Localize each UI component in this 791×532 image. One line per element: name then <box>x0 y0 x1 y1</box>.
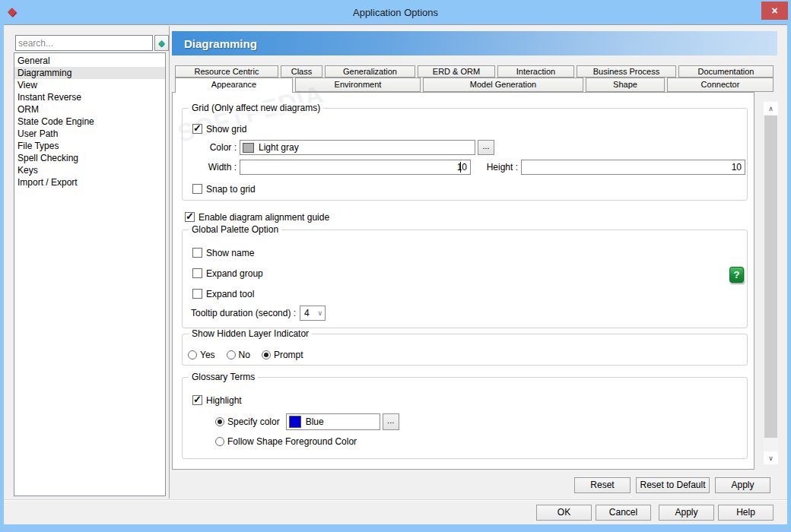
tab-environment[interactable]: Environment <box>295 78 421 92</box>
tab-documentation[interactable]: Documentation <box>678 65 774 78</box>
sidebar-item-import-export[interactable]: Import / Export <box>14 176 165 188</box>
follow-color-row: Follow Shape Foreground Color <box>215 436 357 447</box>
scroll-up-button[interactable]: ∧ <box>764 102 778 115</box>
expand-group-checkbox[interactable] <box>192 268 202 278</box>
sidebar-item-instant-reverse[interactable]: Instant Reverse <box>14 91 165 103</box>
expand-tool-checkbox[interactable] <box>192 289 202 299</box>
sidebar-item-orm[interactable]: ORM <box>14 103 165 116</box>
snap-to-grid-checkbox[interactable] <box>192 184 202 194</box>
help-button[interactable]: Help <box>718 505 774 521</box>
scrollbar-thumb[interactable] <box>764 116 777 438</box>
tab-business-process[interactable]: Business Process <box>577 65 676 78</box>
grid-group-legend: Grid (Only affect new diagrams) <box>189 103 323 114</box>
follow-foreground-radio[interactable] <box>215 437 224 446</box>
tooltip-duration-label: Tooltip duration (second) : <box>191 308 296 318</box>
grid-size-row: Width : Height : <box>188 160 745 175</box>
help-icon[interactable]: ? <box>729 267 744 283</box>
scroll-up-icon: ∧ <box>768 105 774 112</box>
grid-height-input[interactable] <box>521 160 745 175</box>
glossary-color-swatch <box>289 416 301 428</box>
tooltip-duration-value: 4 <box>300 308 317 318</box>
sidebar-item-user-path[interactable]: User Path <box>14 128 165 140</box>
highlight-checkbox[interactable] <box>192 395 202 405</box>
palette-group-legend: Global Palette Option <box>189 224 281 236</box>
specify-color-radio[interactable] <box>215 417 224 426</box>
tab-resource-centric[interactable]: Resource Centric <box>175 65 278 78</box>
close-button[interactable]: × <box>761 2 788 20</box>
alignment-guide-checkbox[interactable] <box>185 212 195 222</box>
grid-width-label: Width : <box>188 162 237 173</box>
scroll-down-button[interactable]: ∨ <box>764 451 778 464</box>
sidebar-item-state-code-engine[interactable]: State Code Engine <box>14 116 165 128</box>
sidebar-item-spell-checking[interactable]: Spell Checking <box>14 152 165 164</box>
panel-apply-button[interactable]: Apply <box>715 477 770 493</box>
hidden-layer-prompt-label: Prompt <box>274 350 303 360</box>
category-list: General Diagramming View Instant Reverse… <box>14 52 166 496</box>
search-button[interactable]: ◆ <box>154 35 169 51</box>
expand-group-label: Expand group <box>206 268 263 280</box>
expand-tool-label: Expand tool <box>206 288 254 300</box>
tab-shape[interactable]: Shape <box>586 78 665 92</box>
sidebar-item-file-types[interactable]: File Types <box>14 140 165 152</box>
tab-erd-orm[interactable]: ERD & ORM <box>418 65 495 78</box>
grid-color-combo[interactable]: Light gray <box>240 140 475 155</box>
sidebar-item-general[interactable]: General <box>14 55 165 67</box>
sidebar-item-keys[interactable]: Keys <box>14 164 165 176</box>
close-icon: × <box>771 5 777 17</box>
show-name-label: Show name <box>206 247 254 259</box>
text-caret <box>460 162 461 173</box>
sidebar-item-view[interactable]: View <box>14 79 165 91</box>
reset-button[interactable]: Reset <box>574 477 631 493</box>
snap-to-grid-label: Snap to grid <box>206 183 256 195</box>
title-bar: ◆ Application Options × <box>0 0 791 24</box>
app-logo-icon: ◆ <box>8 4 17 19</box>
grid-color-value: Light gray <box>259 142 299 153</box>
dialog-apply-button[interactable]: Apply <box>659 505 714 521</box>
grid-color-browse-button[interactable]: ... <box>478 140 494 155</box>
tab-interaction[interactable]: Interaction <box>497 65 574 78</box>
window-title: Application Options <box>353 7 438 18</box>
glossary-legend: Glossary Terms <box>189 372 258 383</box>
show-name-checkbox[interactable] <box>192 248 202 258</box>
tab-generalization[interactable]: Generalization <box>325 65 415 78</box>
footer-separator <box>4 499 787 501</box>
tab-class[interactable]: Class <box>281 65 322 78</box>
show-grid-checkbox[interactable] <box>192 124 202 134</box>
glossary-color-browse-button[interactable]: ... <box>383 413 399 430</box>
tab-row-1: Resource Centric Class Generalization ER… <box>175 65 776 78</box>
specify-color-row: Specify color Blue ... <box>215 413 399 430</box>
glossary-color-combo[interactable]: Blue <box>286 413 380 430</box>
scroll-down-icon: ∨ <box>768 454 774 462</box>
grid-color-swatch <box>243 143 254 153</box>
tooltip-duration-dropdown[interactable]: 4 ∨ <box>300 306 326 321</box>
page-title: Diagramming <box>172 37 257 50</box>
hidden-layer-no-radio[interactable] <box>227 350 236 359</box>
chevron-down-icon: ∨ <box>317 309 325 317</box>
show-grid-label: Show grid <box>206 123 246 135</box>
grid-height-label: Height : <box>481 162 518 173</box>
hidden-layer-yes-radio[interactable] <box>188 350 197 359</box>
hidden-layer-prompt-radio[interactable] <box>262 350 271 359</box>
sidebar-item-diagramming[interactable]: Diagramming <box>14 67 165 79</box>
alignment-guide-label: Enable diagram alignment guide <box>199 211 329 223</box>
hidden-layer-options-row: Yes No Prompt <box>188 350 303 360</box>
search-input[interactable] <box>15 35 153 51</box>
glossary-color-value: Blue <box>306 416 324 427</box>
dialog-body: ◆ General Diagramming View Instant Rever… <box>4 24 787 524</box>
hidden-layer-no-label: No <box>239 350 250 360</box>
grid-width-input[interactable] <box>240 160 471 175</box>
application-options-window: ◆ Application Options × ◆ General Diagra… <box>0 0 791 532</box>
grid-color-row: Color : Light gray ... <box>188 140 494 155</box>
tab-appearance[interactable]: Appearance <box>175 78 293 93</box>
page-header: Diagramming <box>172 31 777 55</box>
reset-to-default-button[interactable]: Reset to Default <box>636 477 710 493</box>
cancel-button[interactable]: Cancel <box>596 505 651 521</box>
follow-foreground-label: Follow Shape Foreground Color <box>227 436 357 447</box>
tooltip-duration-row: Tooltip duration (second) : 4 ∨ <box>191 306 326 321</box>
ok-button[interactable]: OK <box>536 505 592 521</box>
specify-color-label: Specify color <box>227 416 280 427</box>
hidden-layer-legend: Show Hidden Layer Indicator <box>189 328 312 340</box>
panel-divider <box>169 26 170 499</box>
tab-connector[interactable]: Connector <box>667 78 774 92</box>
tab-model-generation[interactable]: Model Generation <box>423 78 583 92</box>
